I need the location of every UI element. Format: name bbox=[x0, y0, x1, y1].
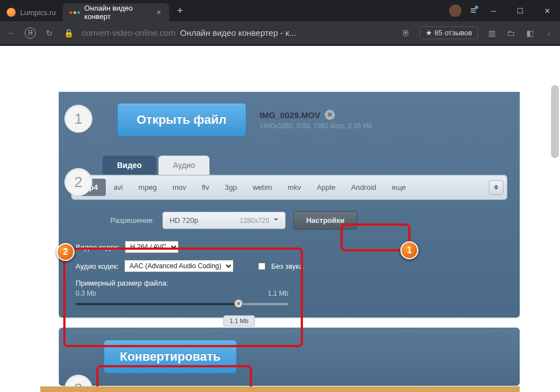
tab-lumpics[interactable]: Lumpics.ru bbox=[0, 3, 63, 21]
scrollbar[interactable] bbox=[551, 85, 559, 158]
shield-icon[interactable]: ⛨ bbox=[400, 27, 412, 39]
annotation-box-1 bbox=[340, 223, 410, 251]
format-avi[interactable]: avi bbox=[106, 179, 131, 196]
chevron-down-icon bbox=[274, 218, 278, 223]
url-title: Онлайн видео конвертер - к... bbox=[180, 28, 296, 38]
reload-button[interactable]: ↻ bbox=[44, 27, 55, 39]
reviews-badge[interactable]: ★ 85 отзывов bbox=[419, 26, 478, 39]
file-name: IMG_0029.MOV ✕ bbox=[260, 110, 373, 120]
format-webm[interactable]: webm bbox=[245, 179, 280, 196]
site-icon bbox=[69, 11, 80, 14]
back-button[interactable]: ← bbox=[6, 27, 17, 39]
bottom-accent bbox=[40, 386, 520, 392]
resolution-label: Разрешение: bbox=[110, 216, 155, 225]
format-scroll-icon[interactable] bbox=[489, 180, 503, 195]
orange-icon bbox=[7, 8, 16, 17]
remove-file-icon[interactable]: ✕ bbox=[325, 110, 335, 120]
lock-icon: 🔒 bbox=[63, 27, 74, 39]
open-file-button[interactable]: Открыть файл bbox=[117, 103, 246, 137]
format-mov[interactable]: mov bbox=[165, 179, 194, 196]
format-mkv[interactable]: mkv bbox=[280, 179, 309, 196]
download-icon[interactable]: ↓ bbox=[543, 27, 554, 39]
format-more[interactable]: еще bbox=[384, 179, 414, 196]
step-number-2: 2 bbox=[64, 168, 92, 196]
close-button[interactable]: ✕ bbox=[534, 0, 560, 21]
menu-icon[interactable]: ≡ bbox=[467, 4, 479, 17]
maximize-button[interactable]: ☐ bbox=[507, 0, 533, 21]
format-apple[interactable]: Apple bbox=[309, 179, 343, 196]
bookmark-icon[interactable]: 🗀 bbox=[505, 27, 516, 39]
tab-label: Онлайн видео конверт bbox=[85, 4, 151, 21]
close-icon[interactable]: × bbox=[155, 8, 162, 16]
new-tab-button[interactable]: + bbox=[172, 3, 188, 18]
page-content: 1 2 3 Открыть файл IMG_0029.MOV ✕ 1440x1… bbox=[0, 46, 560, 392]
format-selector: mp4 avi mpeg mov flv 3gp webm mkv Apple … bbox=[71, 175, 507, 200]
annotation-box-2 bbox=[63, 248, 303, 347]
format-3gp[interactable]: 3gp bbox=[217, 179, 245, 196]
annotation-marker-2: 2 bbox=[57, 243, 74, 261]
tab-label: Lumpics.ru bbox=[20, 8, 56, 17]
tab-converter[interactable]: Онлайн видео конверт × bbox=[63, 3, 169, 21]
sidebar-icon[interactable]: ◧ bbox=[524, 27, 535, 39]
browser-titlebar: Lumpics.ru Онлайн видео конверт × + ≡ ─ … bbox=[0, 0, 560, 21]
file-details: 1440x1080, 0:03, 7361 kbps, 2.66 Mb bbox=[260, 122, 373, 130]
url-field[interactable]: convert-video-online.com Онлайн видео ко… bbox=[82, 28, 393, 38]
avatar[interactable] bbox=[449, 4, 461, 17]
tab-video[interactable]: Видео bbox=[102, 156, 156, 175]
format-flv[interactable]: flv bbox=[194, 179, 217, 196]
minimize-button[interactable]: ─ bbox=[480, 0, 506, 21]
step-number-1: 1 bbox=[64, 105, 92, 133]
extension-icon[interactable]: ▥ bbox=[486, 27, 497, 39]
format-android[interactable]: Android bbox=[343, 179, 384, 196]
tab-audio[interactable]: Аудио bbox=[158, 156, 210, 175]
resolution-select[interactable]: HD 720p 1280x720 bbox=[162, 212, 286, 229]
url-domain: convert-video-online.com bbox=[82, 28, 176, 38]
annotation-marker-1: 1 bbox=[400, 241, 418, 259]
yandex-icon[interactable]: Я bbox=[25, 27, 36, 39]
format-mpeg[interactable]: mpeg bbox=[130, 179, 165, 196]
address-bar: ← Я ↻ 🔒 convert-video-online.com Онлайн … bbox=[0, 21, 560, 46]
